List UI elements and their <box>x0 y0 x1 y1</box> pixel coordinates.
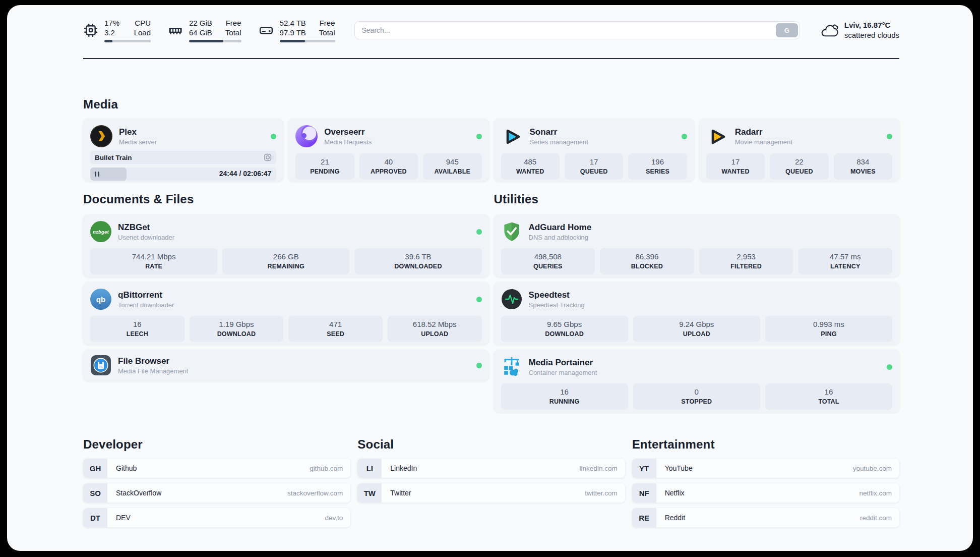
bookmark-stackoverflow[interactable]: SO StackOverflow stackoverflow.com <box>83 483 350 503</box>
bookmark-dev[interactable]: DT DEV dev.to <box>83 508 350 527</box>
weather-widget[interactable]: Lviv, 16.87°C scattered clouds <box>820 20 899 40</box>
bookmark-abbr: YT <box>632 459 656 478</box>
section-title-developer: Developer <box>83 437 350 452</box>
cpu-icon <box>83 23 98 38</box>
playback-time: 24:44 / 02:06:47 <box>219 170 272 178</box>
bookmark-name: Reddit <box>665 514 685 522</box>
stat-upload: 618.52 MbpsUPLOAD <box>388 316 482 342</box>
service-name: Radarr <box>735 127 792 137</box>
utilities-column: Utilities AdGuard Home <box>494 192 900 412</box>
bookmark-name: DEV <box>116 514 131 522</box>
status-dot <box>887 364 892 370</box>
bookmark-abbr: RE <box>632 508 656 527</box>
bookmark-group-entertainment: Entertainment YT YouTube youtube.com NF … <box>632 437 899 533</box>
bookmark-name: StackOverflow <box>116 489 161 497</box>
cpu-usage: 17% <box>104 18 119 28</box>
service-card-plex[interactable]: Plex Media server Bullet Train <box>83 119 283 181</box>
service-card-portainer[interactable]: Media Portainer Container management 16R… <box>494 350 900 412</box>
bookmark-abbr: LI <box>357 459 382 478</box>
stat-upload: 9.24 GbpsUPLOAD <box>633 316 760 342</box>
section-title-documents: Documents & Files <box>83 192 489 206</box>
service-name: NZBGet <box>118 222 174 233</box>
service-subtitle: Container management <box>529 368 597 377</box>
bookmark-url: dev.to <box>325 514 343 522</box>
disk-progress-bar <box>280 40 335 42</box>
memory-progress-bar <box>189 40 241 42</box>
status-dot <box>476 363 482 368</box>
memory-free-label: Free <box>226 18 241 28</box>
bookmark-name: Twitter <box>390 489 411 497</box>
stat-downloaded: 39.6 TBDOWNLOADED <box>354 248 481 274</box>
service-subtitle: Usenet downloader <box>118 233 174 242</box>
search-bar: G <box>354 21 800 39</box>
status-dot <box>476 134 482 139</box>
service-subtitle: Speedtest Tracking <box>529 301 585 309</box>
service-name: Media Portainer <box>529 357 597 368</box>
stat-pending: 21PENDING <box>295 153 354 180</box>
search-engine-button[interactable]: G <box>776 23 798 37</box>
status-dot <box>682 134 687 139</box>
dashboard-panel: 17%CPU 3.2Load <box>7 5 973 551</box>
status-dot <box>887 134 892 139</box>
status-dot <box>476 297 482 302</box>
bookmark-group-developer: Developer GH Github github.com SO StackO… <box>83 437 350 533</box>
service-card-radarr[interactable]: Radarr Movie management 17WANTED 22QUEUE… <box>699 119 899 181</box>
bookmark-name: YouTube <box>665 464 693 472</box>
documents-column: Documents & Files nzbget NZBGet Usenet d… <box>83 192 489 381</box>
qbittorrent-icon: qb <box>90 289 111 310</box>
stat-blocked: 86,396BLOCKED <box>600 248 694 274</box>
service-name: qBittorrent <box>118 290 174 300</box>
stat-download: 1.19 GbpsDOWNLOAD <box>190 316 284 342</box>
cpu-load: 3.2 <box>104 28 115 37</box>
bookmark-linkedin[interactable]: LI LinkedIn linkedin.com <box>357 459 625 478</box>
memory-free: 22 GiB <box>189 18 212 28</box>
service-card-speedtest[interactable]: Speedtest Speedtest Tracking 9.65 GbpsDO… <box>494 282 900 345</box>
cloud-icon <box>820 23 839 38</box>
stat-wanted: 485WANTED <box>501 153 560 180</box>
service-card-qbittorrent[interactable]: qb qBittorrent Torrent downloader 16LEEC… <box>83 282 489 345</box>
stat-movies: 834MOVIES <box>834 153 892 180</box>
bookmark-url: netflix.com <box>859 489 892 497</box>
service-subtitle: Series management <box>530 138 588 146</box>
topbar-divider <box>83 58 899 59</box>
service-card-nzbget[interactable]: nzbget NZBGet Usenet downloader 744.21 M… <box>83 214 489 277</box>
view-session-icon[interactable] <box>264 153 272 161</box>
service-name: Plex <box>119 127 157 137</box>
disk-total-label: Total <box>319 28 335 37</box>
stat-approved: 40APPROVED <box>359 153 418 180</box>
bookmark-name: Netflix <box>665 489 685 497</box>
search-input[interactable] <box>354 21 800 39</box>
stat-latency: 47.57 msLATENCY <box>798 248 892 274</box>
bookmark-url: linkedin.com <box>580 465 618 472</box>
plex-icon <box>90 125 112 147</box>
bookmark-abbr: SO <box>83 483 107 503</box>
service-card-sonarr[interactable]: Sonarr Series management 485WANTED 17QUE… <box>494 119 694 181</box>
status-dot <box>271 134 276 139</box>
bookmark-youtube[interactable]: YT YouTube youtube.com <box>632 459 899 478</box>
disk-free-label: Free <box>320 18 335 28</box>
service-card-overseerr[interactable]: Overseerr Media Requests 21PENDING 40APP… <box>288 119 488 181</box>
service-card-adguard[interactable]: AdGuard Home DNS and adblocking 498,508Q… <box>494 214 900 277</box>
bookmark-name: LinkedIn <box>390 464 417 472</box>
bookmark-twitter[interactable]: TW Twitter twitter.com <box>357 483 625 503</box>
top-bar: 17%CPU 3.2Load <box>83 15 899 45</box>
speedtest-icon <box>501 289 522 310</box>
adguard-icon <box>501 221 522 242</box>
bookmark-abbr: NF <box>632 483 656 503</box>
stat-stopped: 0STOPPED <box>633 383 760 410</box>
stat-leech: 16LEECH <box>90 316 185 342</box>
bookmark-abbr: GH <box>83 459 107 478</box>
radarr-icon <box>706 125 728 147</box>
bookmark-github[interactable]: GH Github github.com <box>83 459 350 478</box>
now-playing-title: Bullet Train <box>95 154 132 161</box>
weather-location-temp: Lviv, 16.87°C <box>844 20 899 30</box>
service-subtitle: Movie management <box>735 138 792 146</box>
bookmark-url: reddit.com <box>860 514 892 522</box>
memory-widget: 22 GiBFree 64 GiBTotal <box>168 18 241 42</box>
weather-condition: scattered clouds <box>844 30 899 40</box>
service-card-filebrowser[interactable]: File Browser Media File Management <box>83 350 489 381</box>
bookmark-netflix[interactable]: NF Netflix netflix.com <box>632 483 899 503</box>
stat-seed: 471SEED <box>288 316 383 342</box>
service-name: Speedtest <box>529 290 585 300</box>
bookmark-reddit[interactable]: RE Reddit reddit.com <box>632 508 899 527</box>
